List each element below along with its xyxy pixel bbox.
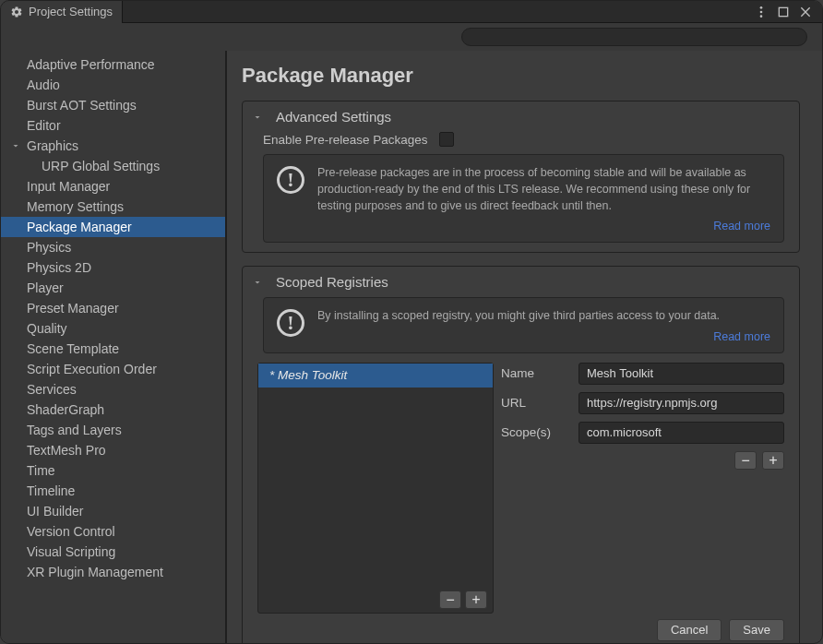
sidebar-item-adaptive-performance[interactable]: Adaptive Performance <box>1 54 225 75</box>
sidebar-item-label: Player <box>27 280 64 295</box>
close-icon[interactable] <box>798 5 813 19</box>
sidebar-item-label: Version Control <box>27 524 115 539</box>
info-icon: ! <box>277 166 304 194</box>
remove-registry-button[interactable]: − <box>439 590 461 609</box>
advanced-settings-section: Advanced Settings Enable Pre-release Pac… <box>242 101 800 253</box>
sidebar-item-quality[interactable]: Quality <box>1 318 225 339</box>
page-title: Package Manager <box>242 64 800 88</box>
registry-list: * Mesh Toolkit − + <box>257 363 494 614</box>
prerelease-info-text: Pre-release packages are in the process … <box>317 164 770 214</box>
sidebar-item-label: Physics 2D <box>27 260 91 275</box>
scoped-registries-header[interactable]: Scoped Registries <box>243 267 799 297</box>
registry-name-input[interactable] <box>578 363 784 385</box>
add-registry-button[interactable]: + <box>465 590 487 609</box>
sidebar-item-preset-manager[interactable]: Preset Manager <box>1 298 225 318</box>
sidebar-item-package-manager[interactable]: Package Manager <box>1 217 225 237</box>
sidebar-item-ui-builder[interactable]: UI Builder <box>1 501 225 521</box>
chevron-down-icon <box>252 112 263 123</box>
sidebar-item-label: Quality <box>27 321 67 336</box>
sidebar-item-tags-and-layers[interactable]: Tags and Layers <box>1 420 225 440</box>
prerelease-read-more-link[interactable]: Read more <box>317 220 770 233</box>
gear-icon <box>10 6 23 18</box>
sidebar-item-burst-aot-settings[interactable]: Burst AOT Settings <box>1 95 225 115</box>
sidebar-item-player[interactable]: Player <box>1 278 225 298</box>
sidebar-item-label: Tags and Layers <box>27 423 122 437</box>
sidebar-item-physics[interactable]: Physics <box>1 237 225 257</box>
sidebar-item-scene-template[interactable]: Scene Template <box>1 339 225 359</box>
options-icon[interactable] <box>754 5 769 19</box>
sidebar-item-label: UI Builder <box>27 504 83 519</box>
add-scope-button[interactable]: + <box>762 451 784 470</box>
sidebar-item-label: Time <box>27 463 55 478</box>
svg-point-0 <box>760 6 763 9</box>
chevron-down-icon <box>10 140 21 151</box>
section-title: Scoped Registries <box>276 274 388 290</box>
content-pane: Package Manager Advanced Settings Enable… <box>227 51 822 643</box>
svg-rect-3 <box>779 7 787 16</box>
tab-project-settings[interactable]: Project Settings <box>1 1 123 23</box>
chevron-down-icon <box>252 277 263 288</box>
sidebar-item-textmesh-pro[interactable]: TextMesh Pro <box>1 440 225 460</box>
scopes-label: Scope(s) <box>501 425 569 439</box>
registry-form: Name URL Scope(s) − + <box>501 363 784 614</box>
scoped-registries-section: Scoped Registries ! By installing a scop… <box>242 266 800 643</box>
search-row <box>1 23 822 51</box>
sidebar-item-timeline[interactable]: Timeline <box>1 481 225 501</box>
sidebar-item-label: Scene Template <box>27 341 119 356</box>
sidebar-item-urp-global-settings[interactable]: URP Global Settings <box>1 156 225 176</box>
sidebar-item-version-control[interactable]: Version Control <box>1 521 225 542</box>
section-title: Advanced Settings <box>276 109 391 125</box>
advanced-settings-header[interactable]: Advanced Settings <box>243 101 799 132</box>
enable-prerelease-label: Enable Pre-release Packages <box>263 133 428 147</box>
main-area: Adaptive PerformanceAudioBurst AOT Setti… <box>1 51 822 643</box>
info-icon: ! <box>277 309 304 337</box>
prerelease-info-box: ! Pre-release packages are in the proces… <box>263 154 784 243</box>
svg-point-1 <box>760 10 763 13</box>
sidebar-item-memory-settings[interactable]: Memory Settings <box>1 197 225 217</box>
enable-prerelease-checkbox[interactable] <box>439 132 454 147</box>
registry-item-label: * Mesh Toolkit <box>269 368 347 382</box>
sidebar-item-input-manager[interactable]: Input Manager <box>1 176 225 197</box>
search-input[interactable] <box>461 28 807 46</box>
sidebar-item-editor[interactable]: Editor <box>1 115 225 136</box>
sidebar-item-label: Package Manager <box>27 220 132 234</box>
sidebar-item-shadergraph[interactable]: ShaderGraph <box>1 400 225 420</box>
enable-prerelease-row: Enable Pre-release Packages <box>263 132 784 147</box>
settings-sidebar: Adaptive PerformanceAudioBurst AOT Setti… <box>1 51 227 643</box>
tab-title: Project Settings <box>29 5 113 18</box>
sidebar-item-label: Graphics <box>27 138 78 153</box>
sidebar-item-time[interactable]: Time <box>1 460 225 481</box>
url-label: URL <box>501 396 569 410</box>
scoped-read-more-link[interactable]: Read more <box>317 330 770 343</box>
tab-bar: Project Settings <box>1 1 822 23</box>
sidebar-item-label: Input Manager <box>27 179 110 194</box>
sidebar-item-label: Burst AOT Settings <box>27 98 137 113</box>
registry-url-input[interactable] <box>578 392 784 414</box>
sidebar-item-visual-scripting[interactable]: Visual Scripting <box>1 542 225 562</box>
sidebar-item-label: TextMesh Pro <box>27 443 106 458</box>
name-label: Name <box>501 366 569 380</box>
sidebar-item-label: Memory Settings <box>27 199 124 214</box>
save-button[interactable]: Save <box>729 619 784 641</box>
sidebar-item-label: ShaderGraph <box>27 402 104 417</box>
sidebar-item-xr-plugin-management[interactable]: XR Plugin Management <box>1 562 225 582</box>
sidebar-item-label: Audio <box>27 78 60 92</box>
sidebar-item-label: Visual Scripting <box>27 544 115 559</box>
sidebar-item-services[interactable]: Services <box>1 379 225 400</box>
sidebar-item-label: Script Execution Order <box>27 362 157 376</box>
sidebar-item-audio[interactable]: Audio <box>1 75 225 95</box>
maximize-icon[interactable] <box>776 5 791 19</box>
remove-scope-button[interactable]: − <box>734 451 757 470</box>
registry-scope-input[interactable] <box>578 422 784 444</box>
sidebar-item-script-execution-order[interactable]: Script Execution Order <box>1 359 225 379</box>
sidebar-item-graphics[interactable]: Graphics <box>1 136 225 156</box>
sidebar-item-physics-2d[interactable]: Physics 2D <box>1 257 225 278</box>
sidebar-item-label: Editor <box>27 118 61 133</box>
sidebar-item-label: Services <box>27 382 77 397</box>
sidebar-item-label: Preset Manager <box>27 301 119 316</box>
sidebar-item-label: Adaptive Performance <box>27 57 155 72</box>
cancel-button[interactable]: Cancel <box>657 619 722 641</box>
sidebar-item-label: Physics <box>27 240 71 255</box>
registry-item-mesh-toolkit[interactable]: * Mesh Toolkit <box>258 364 493 388</box>
sidebar-item-label: URP Global Settings <box>42 159 160 173</box>
